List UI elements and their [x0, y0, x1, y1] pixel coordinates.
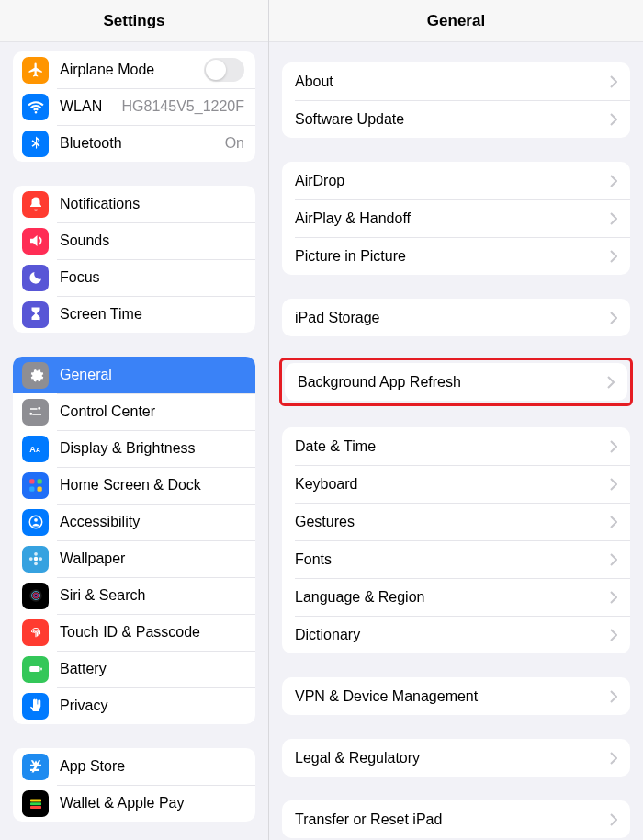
svg-point-7: [34, 518, 38, 522]
detail-item-fonts[interactable]: Fonts: [282, 540, 630, 578]
battery-icon: [22, 656, 49, 683]
chevron-right-icon: [610, 553, 617, 566]
appstore-icon: [22, 754, 49, 780]
sidebar-item-wallet[interactable]: Wallet & Apple Pay: [13, 785, 255, 822]
fingerprint-icon: [22, 619, 49, 646]
sidebar-item-homescreen[interactable]: Home Screen & Dock: [13, 467, 255, 504]
chevron-right-icon: [610, 516, 617, 528]
chevron-right-icon: [610, 813, 617, 826]
sidebar-group: Airplane Mode WLAN HG8145V5_1220F Blueto…: [13, 51, 255, 162]
sidebar-item-label: App Store: [60, 758, 244, 775]
detail-item-label: iPad Storage: [295, 310, 603, 326]
svg-rect-18: [40, 668, 42, 671]
gear-icon: [22, 362, 49, 389]
detail-item-software-update[interactable]: Software Update: [282, 100, 630, 138]
sidebar-group: Notifications Sounds Focus Screen Time: [13, 186, 255, 333]
bluetooth-value: On: [225, 135, 244, 152]
sidebar-item-general[interactable]: General: [13, 357, 255, 393]
svg-point-8: [33, 557, 38, 562]
sidebar-item-label: WLAN: [60, 98, 117, 115]
chevron-right-icon: [610, 440, 617, 453]
detail-item-label: Transfer or Reset iPad: [295, 812, 603, 828]
chevron-right-icon: [610, 175, 617, 187]
sidebar-item-label: Airplane Mode: [60, 62, 204, 78]
detail-group: About Software Update: [282, 62, 630, 138]
detail-item-label: Picture in Picture: [295, 248, 603, 265]
svg-rect-4: [29, 487, 34, 492]
sidebar-item-appstore[interactable]: App Store: [13, 748, 255, 785]
detail-item-language[interactable]: Language & Region: [282, 578, 630, 616]
detail-item-dictionary[interactable]: Dictionary: [282, 616, 630, 653]
wlan-value: HG8145V5_1220F: [122, 98, 244, 115]
sidebar-item-label: Bluetooth: [60, 135, 220, 152]
svg-rect-2: [29, 479, 34, 483]
grid-icon: [22, 472, 49, 499]
sidebar-item-touchid[interactable]: Touch ID & Passcode: [13, 614, 255, 651]
sidebar-item-sounds[interactable]: Sounds: [13, 222, 255, 259]
detail-title: General: [269, 0, 643, 42]
sidebar-item-label: Control Center: [60, 403, 244, 420]
sidebar-item-display[interactable]: AA Display & Brightness: [13, 430, 255, 467]
detail-item-airplay[interactable]: AirPlay & Handoff: [282, 199, 630, 237]
detail-item-label: Date & Time: [295, 438, 603, 455]
moon-icon: [22, 265, 49, 291]
svg-rect-5: [37, 487, 41, 492]
svg-rect-19: [30, 800, 41, 802]
chevron-right-icon: [610, 752, 617, 765]
detail-item-bg-refresh[interactable]: Background App Refresh: [285, 363, 627, 401]
bell-icon: [22, 191, 49, 218]
sidebar-item-label: Focus: [60, 269, 244, 286]
sidebar-item-siri[interactable]: Siri & Search: [13, 577, 255, 614]
sidebar-item-label: Home Screen & Dock: [60, 477, 244, 494]
svg-point-12: [39, 557, 42, 561]
sidebar-item-privacy[interactable]: Privacy: [13, 687, 255, 724]
detail-item-label: Background App Refresh: [298, 374, 600, 391]
sidebar-item-wlan[interactable]: WLAN HG8145V5_1220F: [13, 88, 255, 125]
detail-pane: General About Software Update AirDrop Ai…: [269, 0, 643, 840]
sidebar-item-label: Siri & Search: [60, 587, 244, 604]
sidebar-item-label: Screen Time: [60, 306, 244, 323]
sidebar-item-focus[interactable]: Focus: [13, 259, 255, 296]
detail-item-pip[interactable]: Picture in Picture: [282, 237, 630, 275]
chevron-right-icon: [607, 376, 615, 389]
detail-group: Transfer or Reset iPad: [282, 800, 630, 838]
sidebar-item-label: General: [60, 367, 244, 383]
detail-item-date-time[interactable]: Date & Time: [282, 427, 630, 465]
detail-group: VPN & Device Management: [282, 677, 630, 715]
sidebar-item-label: Battery: [60, 661, 244, 677]
detail-item-label: Fonts: [295, 551, 603, 568]
highlighted-item: Background App Refresh: [279, 358, 633, 406]
sidebar-item-label: Privacy: [60, 698, 244, 714]
detail-item-airdrop[interactable]: AirDrop: [282, 162, 630, 199]
svg-rect-17: [29, 666, 39, 672]
sidebar-scroll[interactable]: Airplane Mode WLAN HG8145V5_1220F Blueto…: [0, 42, 268, 840]
sidebar-item-airplane[interactable]: Airplane Mode: [13, 51, 255, 88]
detail-item-keyboard[interactable]: Keyboard: [282, 465, 630, 503]
sidebar-item-wallpaper[interactable]: Wallpaper: [13, 540, 255, 577]
detail-item-vpn[interactable]: VPN & Device Management: [282, 677, 630, 715]
detail-item-transfer[interactable]: Transfer or Reset iPad: [282, 800, 630, 838]
airplane-toggle[interactable]: [204, 58, 244, 82]
detail-item-label: Legal & Regulatory: [295, 750, 603, 766]
detail-item-label: About: [295, 74, 603, 90]
svg-point-6: [29, 516, 42, 528]
detail-item-legal[interactable]: Legal & Regulatory: [282, 739, 630, 777]
sidebar-item-label: Touch ID & Passcode: [60, 624, 244, 641]
sidebar-title: Settings: [0, 0, 268, 42]
sidebar-item-label: Accessibility: [60, 514, 244, 530]
svg-point-9: [34, 552, 38, 556]
sidebar-item-bluetooth[interactable]: Bluetooth On: [13, 125, 255, 162]
sidebar-item-battery[interactable]: Battery: [13, 651, 255, 687]
detail-item-storage[interactable]: iPad Storage: [282, 299, 630, 336]
sidebar-item-notifications[interactable]: Notifications: [13, 186, 255, 222]
sidebar-item-screentime[interactable]: Screen Time: [13, 296, 255, 333]
sidebar-item-accessibility[interactable]: Accessibility: [13, 504, 255, 540]
svg-text:A: A: [29, 445, 36, 454]
detail-item-label: Gestures: [295, 514, 603, 530]
detail-item-about[interactable]: About: [282, 62, 630, 100]
sidebar-item-label: Wallpaper: [60, 551, 244, 567]
switches-icon: [22, 399, 49, 426]
detail-item-gestures[interactable]: Gestures: [282, 503, 630, 540]
sidebar-item-controlcenter[interactable]: Control Center: [13, 393, 255, 430]
detail-scroll[interactable]: About Software Update AirDrop AirPlay & …: [269, 42, 643, 840]
